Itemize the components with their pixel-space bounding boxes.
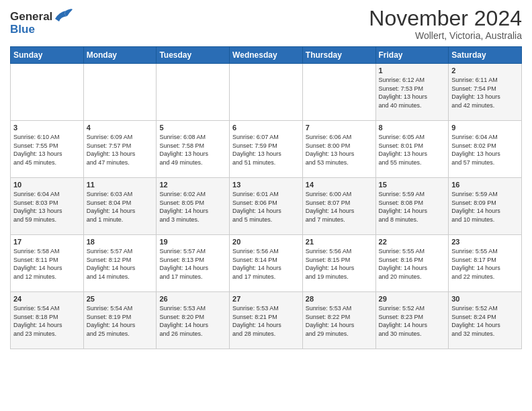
day-number: 29 bbox=[379, 295, 446, 303]
day-info: Sunrise: 6:11 AMSunset: 7:54 PMDaylight:… bbox=[451, 76, 519, 109]
page-wrapper: General Blue November 2024 Wollert, Vict… bbox=[0, 0, 532, 359]
day-number: 9 bbox=[451, 124, 519, 132]
day-info: Sunrise: 5:57 AMSunset: 8:12 PMDaylight:… bbox=[87, 247, 154, 281]
logo-bird-icon bbox=[54, 7, 74, 24]
day-number: 25 bbox=[87, 295, 154, 303]
day-cell: 17Sunrise: 5:58 AMSunset: 8:11 PMDayligh… bbox=[11, 235, 84, 292]
day-info: Sunrise: 5:56 AMSunset: 8:14 PMDaylight:… bbox=[232, 247, 300, 281]
day-info: Sunrise: 6:08 AMSunset: 7:58 PMDaylight:… bbox=[159, 133, 226, 167]
day-cell: 18Sunrise: 5:57 AMSunset: 8:12 PMDayligh… bbox=[83, 235, 157, 292]
month-title: November 2024 bbox=[369, 7, 522, 30]
day-cell: 6Sunrise: 6:07 AMSunset: 7:59 PMDaylight… bbox=[230, 121, 303, 178]
day-info: Sunrise: 5:53 AMSunset: 8:20 PMDaylight:… bbox=[159, 304, 226, 338]
day-number: 2 bbox=[451, 66, 519, 75]
day-cell: 7Sunrise: 6:06 AMSunset: 8:00 PMDaylight… bbox=[302, 121, 375, 178]
day-info: Sunrise: 6:02 AMSunset: 8:05 PMDaylight:… bbox=[159, 190, 226, 224]
day-cell: 8Sunrise: 6:05 AMSunset: 8:01 PMDaylight… bbox=[375, 121, 449, 178]
day-info: Sunrise: 6:01 AMSunset: 8:06 PMDaylight:… bbox=[232, 190, 300, 224]
weekday-header-wednesday: Wednesday bbox=[230, 47, 303, 64]
day-cell: 1Sunrise: 6:12 AMSunset: 7:53 PMDaylight… bbox=[375, 64, 449, 121]
day-number: 3 bbox=[13, 124, 81, 132]
day-info: Sunrise: 6:12 AMSunset: 7:53 PMDaylight:… bbox=[379, 76, 446, 109]
day-number: 19 bbox=[159, 238, 226, 246]
day-info: Sunrise: 5:55 AMSunset: 8:17 PMDaylight:… bbox=[451, 247, 519, 281]
day-cell: 25Sunrise: 5:54 AMSunset: 8:19 PMDayligh… bbox=[83, 292, 157, 349]
day-cell: 19Sunrise: 5:57 AMSunset: 8:13 PMDayligh… bbox=[157, 235, 230, 292]
day-info: Sunrise: 6:03 AMSunset: 8:04 PMDaylight:… bbox=[87, 190, 154, 224]
day-number: 1 bbox=[379, 66, 446, 75]
weekday-header-row: SundayMondayTuesdayWednesdayThursdayFrid… bbox=[11, 47, 522, 64]
title-area: November 2024 Wollert, Victoria, Austral… bbox=[369, 7, 522, 41]
day-cell: 22Sunrise: 5:55 AMSunset: 8:16 PMDayligh… bbox=[375, 235, 449, 292]
day-cell: 26Sunrise: 5:53 AMSunset: 8:20 PMDayligh… bbox=[157, 292, 230, 349]
day-cell: 5Sunrise: 6:08 AMSunset: 7:58 PMDaylight… bbox=[157, 121, 230, 178]
day-number: 23 bbox=[451, 238, 519, 246]
day-number: 5 bbox=[159, 124, 226, 132]
week-row-2: 3Sunrise: 6:10 AMSunset: 7:55 PMDaylight… bbox=[11, 121, 522, 178]
weekday-header-monday: Monday bbox=[83, 47, 157, 64]
day-cell: 28Sunrise: 5:53 AMSunset: 8:22 PMDayligh… bbox=[302, 292, 375, 349]
day-number: 15 bbox=[379, 181, 446, 189]
day-cell bbox=[302, 64, 375, 121]
day-cell bbox=[230, 64, 303, 121]
day-cell bbox=[157, 64, 230, 121]
day-cell: 24Sunrise: 5:54 AMSunset: 8:18 PMDayligh… bbox=[11, 292, 84, 349]
day-number: 26 bbox=[159, 295, 226, 303]
day-info: Sunrise: 5:55 AMSunset: 8:16 PMDaylight:… bbox=[379, 247, 446, 281]
weekday-header-thursday: Thursday bbox=[302, 47, 375, 64]
day-info: Sunrise: 5:53 AMSunset: 8:21 PMDaylight:… bbox=[232, 304, 300, 338]
day-cell: 2Sunrise: 6:11 AMSunset: 7:54 PMDaylight… bbox=[449, 64, 522, 121]
day-number: 14 bbox=[306, 181, 373, 189]
day-info: Sunrise: 6:04 AMSunset: 8:02 PMDaylight:… bbox=[451, 133, 519, 167]
day-number: 4 bbox=[87, 124, 154, 132]
week-row-4: 17Sunrise: 5:58 AMSunset: 8:11 PMDayligh… bbox=[11, 235, 522, 292]
day-number: 13 bbox=[232, 181, 300, 189]
logo: General Blue bbox=[10, 10, 74, 36]
day-info: Sunrise: 6:04 AMSunset: 8:03 PMDaylight:… bbox=[13, 190, 81, 224]
day-number: 28 bbox=[306, 295, 373, 303]
day-cell: 30Sunrise: 5:52 AMSunset: 8:24 PMDayligh… bbox=[449, 292, 522, 349]
day-number: 30 bbox=[451, 295, 519, 303]
day-number: 20 bbox=[232, 238, 300, 246]
weekday-header-saturday: Saturday bbox=[449, 47, 522, 64]
logo-area: General Blue bbox=[10, 7, 74, 36]
day-info: Sunrise: 6:09 AMSunset: 7:57 PMDaylight:… bbox=[87, 133, 154, 167]
day-cell: 12Sunrise: 6:02 AMSunset: 8:05 PMDayligh… bbox=[157, 178, 230, 235]
day-cell: 3Sunrise: 6:10 AMSunset: 7:55 PMDaylight… bbox=[11, 121, 84, 178]
day-cell: 4Sunrise: 6:09 AMSunset: 7:57 PMDaylight… bbox=[83, 121, 157, 178]
day-info: Sunrise: 5:54 AMSunset: 8:19 PMDaylight:… bbox=[87, 304, 154, 338]
day-number: 6 bbox=[232, 124, 300, 132]
day-number: 27 bbox=[232, 295, 300, 303]
day-info: Sunrise: 6:07 AMSunset: 7:59 PMDaylight:… bbox=[232, 133, 300, 167]
day-info: Sunrise: 5:53 AMSunset: 8:22 PMDaylight:… bbox=[306, 304, 373, 338]
day-cell: 29Sunrise: 5:52 AMSunset: 8:23 PMDayligh… bbox=[375, 292, 449, 349]
calendar-table: SundayMondayTuesdayWednesdayThursdayFrid… bbox=[10, 46, 522, 349]
day-info: Sunrise: 5:57 AMSunset: 8:13 PMDaylight:… bbox=[159, 247, 226, 281]
day-info: Sunrise: 5:52 AMSunset: 8:24 PMDaylight:… bbox=[451, 304, 519, 338]
day-number: 10 bbox=[13, 181, 81, 189]
day-info: Sunrise: 6:10 AMSunset: 7:55 PMDaylight:… bbox=[13, 133, 81, 167]
location-subtitle: Wollert, Victoria, Australia bbox=[369, 30, 522, 41]
header: General Blue November 2024 Wollert, Vict… bbox=[10, 7, 522, 41]
weekday-header-tuesday: Tuesday bbox=[157, 47, 230, 64]
day-cell: 23Sunrise: 5:55 AMSunset: 8:17 PMDayligh… bbox=[449, 235, 522, 292]
weekday-header-sunday: Sunday bbox=[11, 47, 84, 64]
day-number: 8 bbox=[379, 124, 446, 132]
week-row-1: 1Sunrise: 6:12 AMSunset: 7:53 PMDaylight… bbox=[11, 64, 522, 121]
day-info: Sunrise: 6:05 AMSunset: 8:01 PMDaylight:… bbox=[379, 133, 446, 167]
day-info: Sunrise: 5:59 AMSunset: 8:08 PMDaylight:… bbox=[379, 190, 446, 224]
day-info: Sunrise: 6:00 AMSunset: 8:07 PMDaylight:… bbox=[306, 190, 373, 224]
day-cell: 10Sunrise: 6:04 AMSunset: 8:03 PMDayligh… bbox=[11, 178, 84, 235]
day-cell: 13Sunrise: 6:01 AMSunset: 8:06 PMDayligh… bbox=[230, 178, 303, 235]
logo-line2: Blue bbox=[10, 23, 74, 36]
day-number: 16 bbox=[451, 181, 519, 189]
day-cell: 14Sunrise: 6:00 AMSunset: 8:07 PMDayligh… bbox=[302, 178, 375, 235]
day-info: Sunrise: 5:52 AMSunset: 8:23 PMDaylight:… bbox=[379, 304, 446, 338]
week-row-5: 24Sunrise: 5:54 AMSunset: 8:18 PMDayligh… bbox=[11, 292, 522, 349]
day-number: 7 bbox=[306, 124, 373, 132]
day-number: 12 bbox=[159, 181, 226, 189]
logo-line1: General bbox=[10, 10, 52, 23]
day-number: 21 bbox=[306, 238, 373, 246]
day-cell: 21Sunrise: 5:56 AMSunset: 8:15 PMDayligh… bbox=[302, 235, 375, 292]
week-row-3: 10Sunrise: 6:04 AMSunset: 8:03 PMDayligh… bbox=[11, 178, 522, 235]
